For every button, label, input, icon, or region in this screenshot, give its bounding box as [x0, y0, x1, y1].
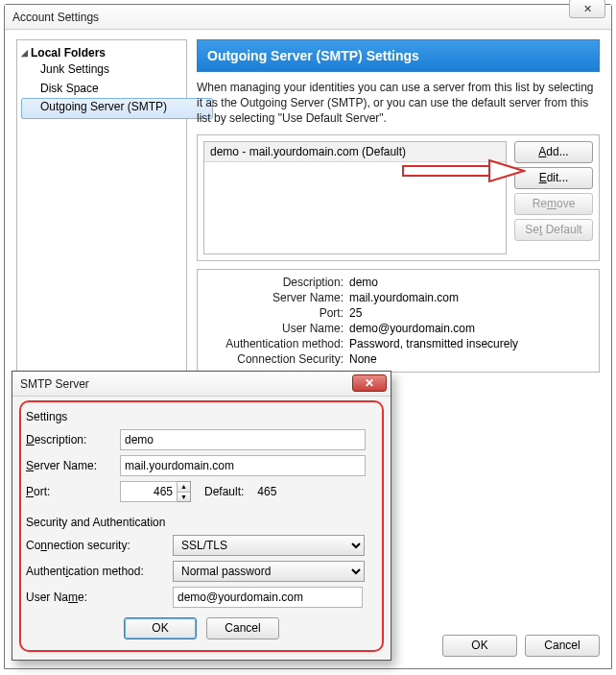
lbl-servername: Server Name:	[205, 291, 349, 304]
edit-button-label: Edit...	[539, 171, 569, 184]
dialog-body: Settings Description: Server Name: Port:…	[12, 397, 391, 649]
field-description: Description:	[26, 429, 377, 450]
lbl-username: User Name:	[205, 322, 349, 335]
label-port: Port:	[26, 485, 112, 498]
dialog-button-bar: OK Cancel	[26, 617, 377, 639]
val-port: 25	[349, 306, 591, 320]
label-servername: Server Name:	[26, 459, 112, 472]
dialog-title: SMTP Server	[20, 377, 89, 391]
input-port[interactable]	[120, 481, 178, 502]
value-default-port: 465	[257, 485, 276, 498]
close-icon: ✕	[365, 376, 374, 390]
field-auth-method: Authentication method: Normal password	[26, 561, 377, 582]
label-default: Default:	[204, 485, 244, 498]
remove-button-label: Remove	[533, 197, 576, 210]
add-button-label: Add...	[538, 145, 568, 158]
tree-root-label: Local Folders	[31, 46, 106, 60]
label-description: Description:	[26, 433, 112, 446]
lbl-description: Description:	[205, 276, 349, 289]
lbl-authmethod: Authentication method:	[205, 337, 349, 350]
dialog-ok-label: OK	[152, 621, 168, 635]
field-username: User Name:	[26, 587, 377, 608]
ok-button[interactable]: OK	[442, 635, 517, 657]
server-row-label: demo - mail.yourdomain.com (Default)	[210, 145, 406, 158]
field-port: Port: ▲ ▼ Default: 465	[26, 481, 377, 502]
pane-header: Outgoing Server (SMTP) Settings	[197, 39, 600, 72]
tree-item-disk-space[interactable]: Disk Space	[21, 79, 182, 98]
dialog-cancel-button[interactable]: Cancel	[206, 617, 279, 639]
server-details: Description: demo Server Name: mail.your…	[197, 269, 600, 373]
label-conn-security: Connection security:	[26, 539, 165, 552]
tree-item-outgoing-server[interactable]: Outgoing Server (SMTP)	[21, 98, 213, 119]
dialog-cancel-label: Cancel	[225, 621, 260, 635]
label-username: User Name:	[26, 591, 165, 604]
server-listbox[interactable]: demo - mail.yourdomain.com (Default)	[203, 141, 507, 254]
smtp-server-dialog: SMTP Server ✕ Settings Description: Serv…	[12, 371, 391, 661]
val-description: demo	[349, 276, 591, 289]
tree-item-label: Disk Space	[40, 82, 99, 95]
select-conn-security[interactable]: SSL/TLS	[173, 535, 365, 556]
cancel-button-label: Cancel	[544, 639, 580, 652]
spin-up-icon[interactable]: ▲	[178, 482, 190, 493]
tree-item-label: Outgoing Server (SMTP)	[40, 100, 167, 113]
val-username: demo@yourdomain.com	[349, 322, 591, 335]
edit-button[interactable]: Edit...	[514, 167, 593, 189]
close-button[interactable]: ✕	[569, 0, 605, 18]
dialog-titlebar: SMTP Server ✕	[12, 372, 391, 397]
field-servername: Server Name:	[26, 455, 377, 476]
port-spinner[interactable]: ▲ ▼	[120, 481, 191, 502]
set-default-button-label: Set Default	[525, 223, 581, 236]
val-connsec: None	[349, 352, 591, 366]
cancel-button[interactable]: Cancel	[525, 635, 600, 657]
tree-item-label: Junk Settings	[40, 62, 109, 76]
pane-description: When managing your identities you can us…	[197, 80, 600, 127]
close-icon: ✕	[583, 3, 592, 15]
label-auth-method: Authentication method:	[26, 565, 165, 578]
tree-item-junk-settings[interactable]: Junk Settings	[21, 60, 182, 79]
window-title: Account Settings	[12, 11, 99, 24]
dialog-ok-button[interactable]: OK	[124, 617, 197, 639]
tree-root-local-folders[interactable]: Local Folders	[21, 46, 182, 60]
val-servername: mail.yourdomain.com	[349, 291, 591, 304]
spin-down-icon[interactable]: ▼	[178, 493, 190, 502]
remove-button[interactable]: Remove	[514, 193, 593, 215]
section-settings: Settings	[26, 410, 377, 423]
input-username[interactable]	[173, 587, 363, 608]
input-servername[interactable]	[120, 455, 366, 476]
input-description[interactable]	[120, 429, 366, 450]
field-conn-security: Connection security: SSL/TLS	[26, 535, 377, 556]
val-authmethod: Password, transmitted insecurely	[349, 337, 591, 350]
set-default-button[interactable]: Set Default	[514, 219, 593, 241]
add-button[interactable]: Add...	[514, 141, 593, 163]
titlebar: Account Settings	[5, 5, 611, 30]
server-list-row[interactable]: demo - mail.yourdomain.com (Default)	[204, 142, 506, 162]
spin-buttons[interactable]: ▲ ▼	[178, 481, 191, 502]
section-security: Security and Authentication	[26, 516, 377, 529]
server-buttons: Add... Edit... Remove Set Default	[514, 141, 593, 254]
pane-header-label: Outgoing Server (SMTP) Settings	[207, 48, 419, 63]
ok-button-label: OK	[471, 639, 487, 652]
dialog-close-button[interactable]: ✕	[352, 374, 387, 392]
server-list-group: demo - mail.yourdomain.com (Default) Add…	[197, 134, 600, 261]
lbl-port: Port:	[205, 306, 349, 320]
lbl-connsec: Connection Security:	[205, 352, 349, 366]
select-auth-method[interactable]: Normal password	[173, 561, 365, 582]
